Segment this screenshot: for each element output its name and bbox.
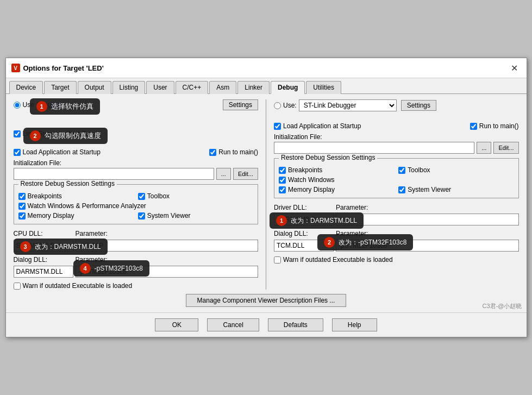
init-file-row-right: ... Edit... (274, 142, 519, 154)
tab-debug[interactable]: Debug (271, 81, 305, 94)
watch-windows-checkbox-right[interactable] (279, 177, 286, 184)
cpu-param-col-label: Parameter: (76, 230, 259, 237)
init-edit-btn-right[interactable]: Edit... (493, 142, 518, 154)
cancel-button[interactable]: Cancel (207, 318, 259, 331)
load-run-row-right: Load Application at Startup Run to main(… (274, 122, 519, 130)
init-file-row-left: ... Edit... (14, 168, 259, 180)
help-button[interactable]: Help (332, 318, 377, 331)
watch-windows-checkbox-left[interactable] (18, 203, 26, 210)
init-browse-btn-left[interactable]: ... (216, 168, 231, 180)
manage-btn-row: Manage Component Viewer Description File… (14, 294, 519, 307)
limit-speed-checkbox[interactable] (14, 130, 21, 137)
badge-4: 4 (80, 263, 91, 274)
warn-row-left: Warn if outdated Executable is loaded (14, 282, 259, 290)
title-bar-left: V Options for Target 'LED' (11, 64, 104, 72)
restore-checkboxes-left: Breakpoints Toolbox Watch Windows & Perf… (18, 192, 254, 220)
restore-checkboxes-right: Breakpoints Toolbox Watch Windows M (279, 166, 514, 193)
close-button[interactable]: ✕ (508, 61, 521, 74)
dll-section-left: CPU DLL: Parameter: Dialog DLL: Paramete… (14, 230, 259, 278)
manage-component-btn[interactable]: Manage Component Viewer Description File… (186, 294, 347, 307)
dll-labels-row-left: CPU DLL: Parameter: (14, 230, 259, 237)
tab-linker[interactable]: Linker (237, 81, 270, 94)
warn-checkbox-left[interactable] (14, 283, 21, 290)
tabs-bar: Device Target Output Listing User C/C++ … (6, 78, 527, 94)
hint-left-4: 4 -pSTM32F103c8 (73, 260, 149, 277)
breakpoints-label-left: Breakpoints (28, 192, 62, 200)
toolbox-label-right: Toolbox (408, 166, 430, 174)
init-file-input-right[interactable] (274, 142, 474, 154)
debugger-settings-btn[interactable]: Settings (401, 100, 436, 111)
tab-utilities[interactable]: Utilities (306, 81, 341, 94)
watermark: C3君-@小赵晓 (483, 302, 522, 310)
title-bar: V Options for Target 'LED' ✕ (6, 58, 527, 78)
warn-checkbox-right[interactable] (274, 256, 281, 264)
tab-listing[interactable]: Listing (112, 81, 146, 94)
tooltip-select-simulator: 1 选择软件仿真 (30, 98, 100, 115)
ok-button[interactable]: OK (155, 318, 198, 331)
content-area: Use Simulator Settings 1 选择软件仿真 Limit Sp… (6, 94, 527, 312)
tab-target[interactable]: Target (44, 81, 76, 94)
load-run-row-left: Load Application at Startup Run to main(… (14, 148, 259, 156)
dialog-buttons: OK Cancel Defaults Help (6, 312, 527, 337)
limit-speed-row: Limit Speed to Real-Time 2 勾选限制仿真速度 (14, 130, 259, 137)
init-file-input-left[interactable] (14, 168, 214, 180)
tab-asm[interactable]: Asm (209, 81, 236, 94)
system-viewer-checkbox-right[interactable] (398, 186, 405, 193)
breakpoints-checkbox-right[interactable] (279, 167, 286, 174)
right-column: Use: ST-Link Debugger Settings Load Appl… (274, 99, 519, 290)
use-debugger-radio[interactable] (274, 102, 281, 109)
watch-windows-label-left: Watch Windows & Performance Analyzer (28, 202, 146, 210)
run-to-main-label-left: Run to main() (218, 148, 258, 156)
tab-user[interactable]: User (146, 81, 174, 94)
run-to-main-checkbox-right[interactable] (470, 123, 477, 130)
init-browse-btn-right[interactable]: ... (477, 142, 491, 154)
badge-2: 2 (30, 130, 41, 141)
init-file-section-right: Initialization File: ... Edit... (274, 133, 519, 154)
run-to-main-checkbox-left[interactable] (209, 149, 216, 156)
warn-label-right: Warn if outdated Executable is loaded (283, 256, 393, 264)
tab-cpp[interactable]: C/C++ (176, 81, 209, 94)
system-viewer-label-right: System Viewer (408, 186, 451, 193)
restore-group-right: Restore Debug Session Settings Breakpoin… (274, 158, 519, 198)
two-col-layout: Use Simulator Settings 1 选择软件仿真 Limit Sp… (14, 99, 519, 290)
badge-3: 3 (20, 241, 31, 252)
left-column: Use Simulator Settings 1 选择软件仿真 Limit Sp… (14, 99, 259, 290)
init-file-label-right: Initialization File: (274, 133, 519, 141)
dialog-dll-input-left[interactable] (14, 266, 73, 278)
toolbox-checkbox-right[interactable] (398, 167, 405, 174)
use-simulator-row: Use Simulator Settings 1 选择软件仿真 (14, 99, 259, 110)
load-app-checkbox-left[interactable] (14, 149, 21, 156)
badge-r2: 2 (324, 237, 335, 248)
memory-display-checkbox-left[interactable] (18, 212, 26, 220)
simulator-settings-btn[interactable]: Settings (223, 99, 258, 110)
badge-r1: 1 (276, 215, 287, 226)
toolbox-label-left: Toolbox (147, 192, 170, 200)
system-viewer-checkbox-left[interactable] (138, 212, 145, 220)
warn-row-right: Warn if outdated Executable is loaded (274, 256, 519, 264)
tab-output[interactable]: Output (78, 81, 111, 94)
app-icon: V (11, 64, 20, 72)
warn-label-left: Warn if outdated Executable is loaded (23, 282, 133, 290)
restore-group-left: Restore Debug Session Settings Breakpoin… (14, 184, 259, 224)
main-dialog: V Options for Target 'LED' ✕ Device Targ… (5, 58, 527, 337)
debugger-select[interactable]: ST-Link Debugger (299, 99, 397, 111)
memory-display-checkbox-right[interactable] (279, 186, 286, 193)
tab-device[interactable]: Device (9, 81, 43, 94)
breakpoints-checkbox-left[interactable] (18, 193, 26, 200)
init-edit-btn-left[interactable]: Edit... (233, 168, 258, 180)
toolbox-checkbox-left[interactable] (138, 193, 145, 200)
breakpoints-label-right: Breakpoints (288, 166, 322, 174)
hint-left-3: 3 改为：DARMSTM.DLL (14, 239, 108, 255)
memory-display-label-left: Memory Display (28, 212, 74, 220)
system-viewer-label-left: System Viewer (147, 212, 191, 220)
use-simulator-radio[interactable] (14, 102, 21, 109)
load-app-checkbox-right[interactable] (274, 123, 281, 130)
use-debugger-row: Use: ST-Link Debugger Settings (274, 99, 519, 111)
memory-display-label-right: Memory Display (288, 186, 335, 193)
dll-section-right: Driver DLL: Parameter: Dialog DLL: Param… (274, 204, 519, 252)
defaults-button[interactable]: Defaults (268, 318, 323, 331)
hint-right-1: 1 改为：DARMSTM.DLL (270, 212, 364, 229)
dialog-title: Options for Target 'LED' (23, 64, 104, 72)
col-divider (266, 99, 266, 290)
badge-1: 1 (36, 101, 47, 112)
